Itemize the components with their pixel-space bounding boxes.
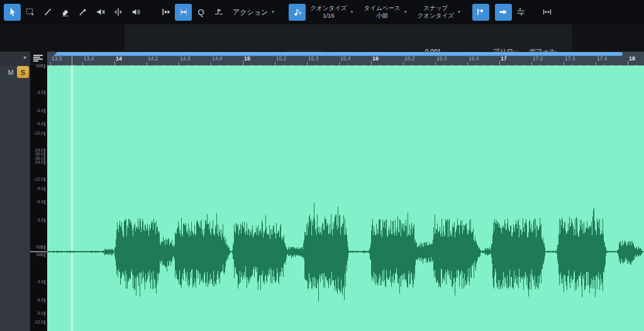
- db-scale-column: [30, 65, 47, 331]
- note-icon: [292, 7, 303, 17]
- q-letter-icon: Q: [197, 8, 204, 17]
- chevron-down-icon: ▼: [457, 10, 461, 14]
- ruler-label: 18: [629, 55, 635, 62]
- cursor-icon: [8, 7, 18, 17]
- speaker-icon: [131, 7, 141, 17]
- db-scale-label: -24.0: [30, 160, 45, 165]
- timebase-dropdown-label: タイムベース小節: [364, 4, 401, 20]
- track-panel: [0, 65, 30, 331]
- note-value-button[interactable]: [289, 4, 306, 21]
- in-out-range-button[interactable]: [539, 4, 556, 21]
- split-slider-icon: [516, 7, 526, 17]
- db-scale-label: -3.0: [30, 91, 45, 95]
- db-scale-label: 0dB: [30, 245, 45, 250]
- db-scale-label: -3.0: [30, 280, 45, 284]
- chevron-down-icon: ▼: [271, 10, 275, 14]
- audio-editor-window: Q アクション ▼ クオンタイズ1/16 ▼ タイムベース小節 ▼ スナップクオ…: [0, 0, 644, 331]
- quantize-dropdown-label: クオンタイズ1/16: [310, 4, 347, 20]
- bend-marker-icon: [214, 7, 224, 17]
- ruler-label: 17: [501, 55, 507, 62]
- range-select-icon: [25, 7, 35, 17]
- db-scale-label: 0dB: [30, 64, 45, 69]
- muted-speaker-icon: [96, 7, 106, 17]
- chevron-down-icon: ▼: [350, 10, 354, 14]
- chevron-down-icon: ▼: [404, 10, 408, 14]
- ruler-label: 17.2: [533, 55, 543, 62]
- snap-dropdown-label: スナップクオンタイズ: [418, 4, 454, 20]
- quantize-dropdown[interactable]: クオンタイズ1/16 ▼: [306, 3, 357, 21]
- marker-icon: [475, 7, 486, 17]
- ruler-label: 16.4: [469, 55, 479, 62]
- timestretch-icon: [179, 7, 189, 17]
- ruler-label: 14.2: [148, 55, 158, 62]
- ruler-label: 15.3: [308, 55, 319, 62]
- db-scale-label: -9.0: [30, 122, 45, 126]
- ruler-label: 16.3: [436, 55, 447, 62]
- solo-button[interactable]: S: [17, 66, 29, 78]
- timeline-ruler[interactable]: 13.313.41414.214.314.41515.215.315.41616…: [47, 52, 644, 65]
- db-scale-label: -12.0: [30, 177, 45, 182]
- in-out-range-icon: [542, 7, 552, 17]
- ruler-label: 17.3: [565, 55, 575, 62]
- db-scale-label: -3.0: [30, 218, 45, 223]
- paint-icon: [78, 7, 88, 17]
- db-scale-label: -12.0: [30, 132, 45, 136]
- bend-marker-tool-button[interactable]: [210, 4, 227, 21]
- ruler-label: 15.2: [276, 55, 287, 62]
- snap-marker-button[interactable]: [472, 4, 489, 21]
- follow-playback-icon: [161, 7, 171, 17]
- inspector-bar: 検出 素材 短い無音 ▼ スレッショルドを開く スレッショルドを閉じる -30.…: [0, 24, 644, 52]
- waveform-canvas[interactable]: [47, 65, 644, 331]
- main-toolbar: Q アクション ▼ クオンタイズ1/16 ▼ タイムベース小節 ▼ スナップクオ…: [0, 0, 644, 24]
- db-scale-label: -9.0: [30, 187, 45, 191]
- ruler-label: 16: [372, 55, 379, 62]
- action-menu-button[interactable]: アクション ▼: [228, 4, 280, 21]
- mute-button[interactable]: M: [6, 67, 16, 77]
- db-scale-label: -9.0: [30, 311, 45, 316]
- waveform-options-icon[interactable]: [33, 55, 43, 62]
- event-start-line-ruler: [72, 55, 72, 65]
- arrow-right-icon: [498, 7, 508, 17]
- ruler-label: 17.4: [597, 55, 608, 62]
- split-tool-button[interactable]: [39, 4, 56, 21]
- db-scale-label: 0dB: [30, 253, 45, 257]
- timebase-dropdown[interactable]: タイムベース小節 ▼: [360, 3, 411, 21]
- ruler-label: 15: [244, 55, 250, 62]
- ruler-label: 13.3: [52, 55, 62, 62]
- ruler-label: 15.4: [340, 55, 351, 62]
- mute-tool-button[interactable]: [92, 4, 109, 21]
- paint-tool-button[interactable]: [74, 4, 91, 21]
- db-scale-label: -6.0: [30, 109, 45, 113]
- db-scale-label: -6.0: [30, 200, 45, 205]
- listen-tool-button[interactable]: [127, 4, 144, 21]
- snap-dropdown[interactable]: スナップクオンタイズ ▼: [414, 3, 465, 21]
- bend-tool-button[interactable]: [109, 4, 126, 21]
- autoscroll-button[interactable]: [495, 4, 512, 21]
- timestretch-tool-button[interactable]: [175, 4, 192, 21]
- ruler-label: 16.2: [404, 55, 415, 62]
- ruler-label: 14: [116, 55, 122, 62]
- ruler-label: 13.4: [84, 55, 94, 62]
- db-scale-label: -12.0: [30, 320, 45, 325]
- db-scale-label: -6.0: [30, 298, 45, 303]
- eraser-icon: [60, 7, 70, 17]
- play-from-start-button[interactable]: [157, 4, 174, 21]
- split-slider-button[interactable]: [513, 4, 530, 21]
- chevron-down-icon[interactable]: ▼: [23, 55, 27, 60]
- range-tool-button[interactable]: [21, 4, 38, 21]
- split-line-icon: [43, 7, 53, 17]
- action-menu-label: アクション: [233, 8, 268, 17]
- ruler-label: 14.4: [212, 55, 223, 62]
- arrow-tool-button[interactable]: [4, 4, 21, 21]
- bend-icon: [113, 7, 123, 17]
- ruler-label: 14.3: [180, 55, 191, 62]
- eraser-tool-button[interactable]: [57, 4, 74, 21]
- quantize-tool-button[interactable]: Q: [192, 4, 209, 21]
